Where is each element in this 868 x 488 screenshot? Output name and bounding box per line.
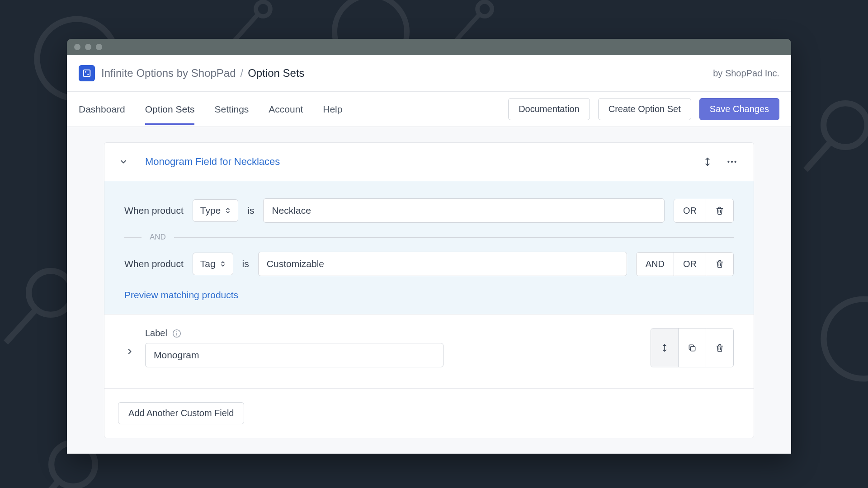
svg-point-12 bbox=[477, 2, 492, 16]
svg-point-10 bbox=[256, 2, 270, 16]
trash-icon bbox=[715, 343, 724, 352]
add-custom-field-button[interactable]: Add Another Custom Field bbox=[118, 402, 244, 424]
svg-point-20 bbox=[176, 331, 177, 332]
rule-actions-2: AND OR bbox=[636, 252, 734, 276]
app-header: Infinite Options by ShopPad / Option Set… bbox=[67, 55, 791, 92]
window-titlebar bbox=[67, 39, 791, 55]
rule-value-input[interactable] bbox=[263, 198, 665, 223]
window-zoom-dot[interactable] bbox=[96, 44, 102, 50]
svg-point-17 bbox=[731, 161, 733, 163]
rule-actions-1: OR bbox=[674, 199, 734, 223]
svg-point-4 bbox=[29, 271, 73, 315]
svg-line-7 bbox=[28, 481, 58, 488]
vendor-byline: by ShopPad Inc. bbox=[713, 68, 779, 79]
save-changes-button[interactable]: Save Changes bbox=[699, 98, 779, 120]
tab-account[interactable]: Account bbox=[269, 94, 303, 125]
expand-field-toggle[interactable] bbox=[124, 346, 135, 357]
create-option-set-button[interactable]: Create Option Set bbox=[598, 98, 691, 120]
app-window: Infinite Options by ShopPad / Option Set… bbox=[67, 39, 791, 454]
select-caret-icon bbox=[225, 207, 231, 214]
rule-prefix: When product bbox=[124, 205, 184, 216]
svg-rect-22 bbox=[691, 346, 695, 351]
info-icon[interactable] bbox=[172, 328, 182, 338]
nav-tabs: Dashboard Option Sets Settings Account H… bbox=[79, 94, 342, 125]
field-label-text: Label bbox=[145, 328, 167, 338]
tab-settings[interactable]: Settings bbox=[214, 94, 249, 125]
option-set-header: Monogram Field for Necklaces bbox=[104, 143, 754, 181]
option-set-title[interactable]: Monogram Field for Necklaces bbox=[145, 156, 280, 168]
preview-matching-link[interactable]: Preview matching products bbox=[124, 290, 238, 300]
breadcrumb-separator: / bbox=[241, 67, 244, 80]
reorder-icon bbox=[660, 343, 669, 352]
copy-icon bbox=[688, 343, 697, 352]
tab-dashboard[interactable]: Dashboard bbox=[79, 94, 125, 125]
select-caret-icon bbox=[220, 260, 226, 267]
field-label-input[interactable] bbox=[145, 343, 443, 367]
collapse-toggle[interactable] bbox=[118, 156, 129, 167]
svg-point-14 bbox=[85, 71, 86, 73]
rule-is: is bbox=[247, 205, 254, 216]
delete-rule-button[interactable] bbox=[706, 199, 733, 222]
breadcrumb-root[interactable]: Infinite Options by ShopPad bbox=[101, 67, 236, 80]
rule-selector-value: Tag bbox=[200, 258, 216, 269]
svg-rect-21 bbox=[176, 333, 177, 336]
svg-line-5 bbox=[6, 310, 36, 343]
add-field-row: Add Another Custom Field bbox=[104, 388, 754, 438]
svg-point-2 bbox=[824, 103, 868, 147]
and-label: AND bbox=[150, 233, 166, 242]
rule-prefix: When product bbox=[124, 258, 184, 269]
svg-point-18 bbox=[734, 161, 736, 163]
workspace: Monogram Field for Necklaces When produc… bbox=[67, 127, 791, 454]
more-menu-icon[interactable] bbox=[724, 154, 740, 170]
documentation-button[interactable]: Documentation bbox=[508, 98, 590, 120]
tab-help[interactable]: Help bbox=[323, 94, 342, 125]
rules-panel: When product Type is OR bbox=[104, 181, 754, 314]
and-divider: AND bbox=[124, 233, 734, 242]
svg-point-16 bbox=[727, 161, 729, 163]
option-set-card: Monogram Field for Necklaces When produc… bbox=[104, 142, 754, 438]
reorder-field-button[interactable] bbox=[651, 328, 679, 367]
breadcrumb-leaf: Option Sets bbox=[248, 67, 304, 80]
rule-selector-value: Type bbox=[200, 205, 221, 216]
tab-option-sets[interactable]: Option Sets bbox=[145, 94, 195, 125]
rule-row-1: When product Type is OR bbox=[124, 198, 734, 223]
field-action-group bbox=[651, 328, 734, 367]
window-minimize-dot[interactable] bbox=[85, 44, 91, 50]
trash-icon bbox=[715, 206, 724, 215]
app-icon bbox=[79, 65, 95, 81]
field-panel: Label bbox=[104, 314, 754, 388]
breadcrumb: Infinite Options by ShopPad / Option Set… bbox=[101, 67, 707, 80]
delete-field-button[interactable] bbox=[706, 328, 733, 367]
nav-actions: Documentation Create Option Set Save Cha… bbox=[508, 92, 779, 127]
window-close-dot[interactable] bbox=[74, 44, 80, 50]
or-button[interactable]: OR bbox=[674, 253, 706, 276]
reorder-icon[interactable] bbox=[699, 154, 716, 170]
svg-point-8 bbox=[824, 299, 868, 379]
delete-rule-button[interactable] bbox=[706, 253, 733, 276]
rule-value-input[interactable] bbox=[258, 252, 627, 276]
svg-line-3 bbox=[806, 142, 830, 170]
or-button[interactable]: OR bbox=[674, 199, 706, 222]
duplicate-field-button[interactable] bbox=[679, 328, 706, 367]
navbar: Dashboard Option Sets Settings Account H… bbox=[67, 92, 791, 127]
rule-is: is bbox=[242, 258, 249, 269]
and-button[interactable]: AND bbox=[637, 253, 674, 276]
svg-point-15 bbox=[87, 74, 89, 75]
trash-icon bbox=[715, 259, 724, 268]
rule-selector-type[interactable]: Type bbox=[193, 199, 239, 222]
rule-row-2: When product Tag is AND OR bbox=[124, 252, 734, 276]
svg-rect-13 bbox=[84, 70, 90, 77]
rule-selector-tag[interactable]: Tag bbox=[193, 253, 233, 275]
